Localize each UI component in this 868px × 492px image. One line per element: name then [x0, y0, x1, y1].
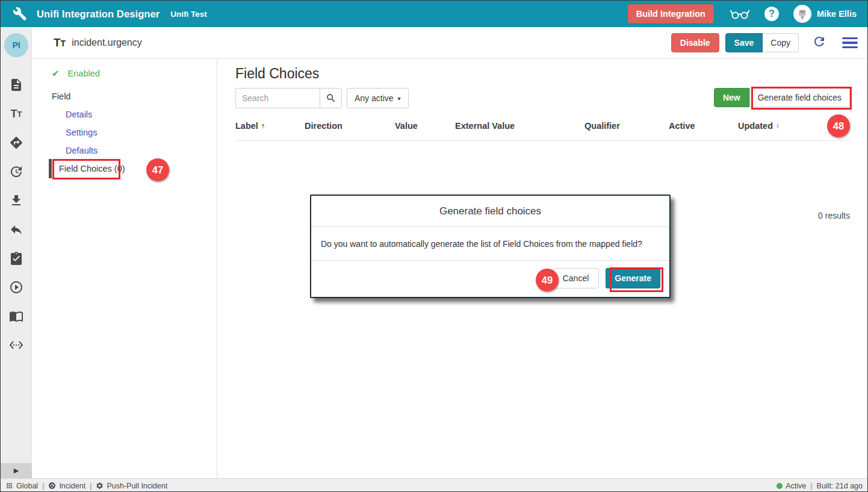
active-status-label: Active	[786, 482, 806, 490]
help-icon[interactable]: ?	[764, 7, 779, 21]
active-filter-dropdown[interactable]: Any active▾	[347, 88, 409, 108]
collapse-rail-button[interactable]: ▶	[1, 463, 32, 478]
directions-icon[interactable]	[1, 134, 32, 151]
chevron-down-icon: ▾	[398, 95, 401, 102]
built-label: Built: 21d ago	[817, 482, 863, 490]
results-count: 0 results	[818, 211, 850, 220]
field-choices-label: Field Choices (0)	[55, 160, 129, 178]
record-header: TT incident.urgency Disable Save Copy	[32, 27, 868, 59]
column-header-qualifier[interactable]: Qualifier	[584, 121, 669, 131]
table-icon	[48, 482, 56, 490]
disable-button[interactable]: Disable	[671, 33, 719, 52]
enabled-label: Enabled	[68, 69, 100, 78]
user-avatar	[793, 5, 811, 23]
top-app-bar: Unifi Integration Designer Unifi Test Bu…	[1, 1, 868, 27]
dialog-title: Generate field choices	[311, 196, 669, 227]
field-type-icon: TT	[54, 36, 66, 49]
search-icon	[326, 93, 336, 104]
user-menu[interactable]: Mike Ellis	[793, 5, 857, 23]
preview-glasses-icon[interactable]	[730, 7, 750, 21]
cancel-button[interactable]: Cancel	[553, 268, 600, 288]
grid-icon	[5, 482, 13, 490]
scope-label[interactable]: Global	[16, 482, 38, 490]
build-integration-button[interactable]: Build Integration	[628, 4, 714, 23]
separator: |	[42, 482, 44, 490]
check-icon: ✔	[52, 68, 60, 79]
copy-button[interactable]: Copy	[763, 33, 799, 52]
sort-icon: ▴▾	[777, 123, 779, 129]
nav-item-settings[interactable]: Settings	[66, 128, 97, 137]
new-button[interactable]: New	[714, 88, 749, 107]
wrench-icon	[13, 7, 27, 21]
column-header-value[interactable]: Value	[395, 121, 455, 131]
search-button[interactable]	[320, 88, 342, 108]
separator: |	[810, 482, 812, 490]
code-icon[interactable]	[1, 337, 32, 353]
table-label[interactable]: Incident	[59, 482, 85, 490]
status-bar-context: Global | Incident | Push-Pull Incident	[5, 482, 167, 490]
search-input[interactable]	[235, 88, 320, 108]
refresh-icon[interactable]	[812, 34, 826, 51]
nav-item-details[interactable]: Details	[66, 110, 92, 119]
dialog-footer: Cancel Generate	[311, 261, 669, 296]
list-actions: New Generate field choices	[714, 88, 850, 107]
column-header-updated[interactable]: Updated▴▾	[738, 121, 851, 131]
enabled-toggle[interactable]: ✔ Enabled	[52, 68, 100, 79]
text-fields-icon[interactable]: TT	[1, 105, 32, 122]
status-bar: Global | Incident | Push-Pull Incident A…	[1, 478, 868, 492]
gear-icon	[96, 482, 104, 490]
column-header-label[interactable]: Label▴▾	[235, 121, 305, 131]
record-actions: Disable Save Copy	[671, 33, 858, 52]
app-title: Unifi Integration Designer	[37, 8, 160, 20]
nav-section-field: Field	[52, 92, 70, 101]
page-title: Field Choices	[235, 66, 319, 82]
record-title: incident.urgency	[72, 37, 142, 48]
undo-icon[interactable]	[1, 221, 32, 238]
icon-rail: TT ▶	[1, 27, 32, 478]
history-icon[interactable]	[1, 163, 32, 180]
table-header-row: Label▴▾ Direction Value External Value Q…	[235, 121, 851, 141]
active-status-icon	[777, 483, 783, 489]
dialog-body-text: Do you want to automatically generate th…	[311, 227, 669, 261]
save-button[interactable]: Save	[725, 33, 763, 52]
sort-icon: ▴▾	[262, 123, 264, 129]
play-icon[interactable]	[1, 279, 32, 296]
nav-item-defaults[interactable]: Defaults	[66, 146, 98, 155]
search-toolbar: Any active▾	[235, 88, 409, 108]
column-header-direction[interactable]: Direction	[305, 121, 395, 131]
documentation-icon[interactable]	[1, 308, 32, 325]
status-bar-build-info: Active | Built: 21d ago	[777, 482, 863, 490]
generate-field-choices-dialog: Generate field choices Do you want to au…	[310, 195, 671, 298]
unifi-integration-designer-page: Unifi Integration Designer Unifi Test Bu…	[1, 1, 867, 491]
document-icon[interactable]	[1, 76, 32, 93]
generate-field-choices-button[interactable]: Generate field choices	[749, 88, 850, 107]
workspace-name: Unifi Test	[170, 10, 207, 19]
record-nav-panel: ✔ Enabled Field Details Settings Default…	[32, 59, 217, 478]
integration-avatar[interactable]: PI	[4, 33, 28, 57]
integration-label[interactable]: Push-Pull Incident	[107, 482, 167, 490]
column-header-active[interactable]: Active	[669, 121, 738, 131]
nav-item-field-choices[interactable]: Field Choices (0)	[49, 159, 129, 178]
menu-icon[interactable]	[842, 37, 858, 48]
avatar-face-icon	[796, 7, 809, 20]
active-indicator-bar	[49, 159, 52, 178]
separator: |	[90, 482, 91, 490]
tasks-icon[interactable]	[1, 250, 32, 267]
column-header-external-value[interactable]: External Value	[455, 121, 584, 131]
download-icon[interactable]	[1, 192, 32, 209]
generate-button[interactable]: Generate	[606, 268, 660, 288]
user-name: Mike Ellis	[817, 9, 857, 19]
